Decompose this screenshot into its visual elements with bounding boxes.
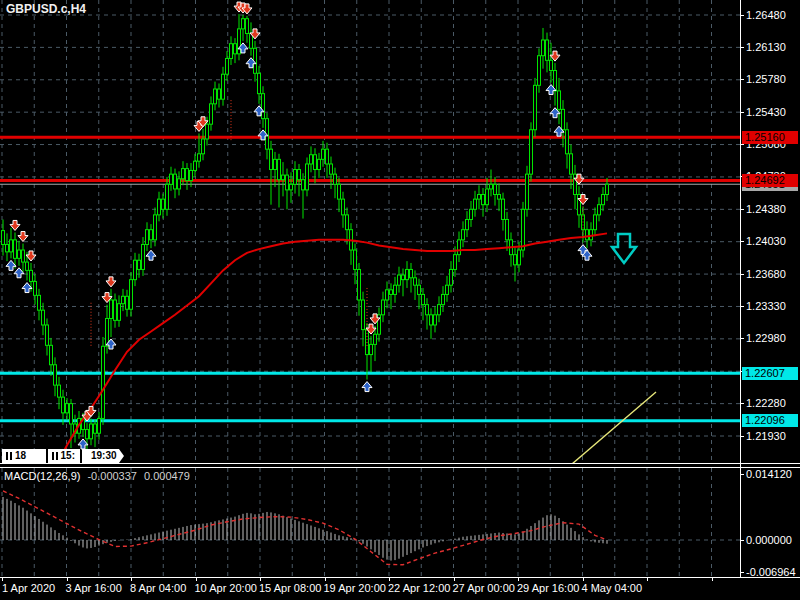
- price-tick: [740, 274, 744, 275]
- candle-body: [230, 44, 233, 59]
- candle-body: [570, 154, 573, 174]
- candle-body: [406, 269, 409, 279]
- price-level-badge-cyan[interactable]: 1.22607: [742, 367, 798, 380]
- candle-body: [278, 159, 281, 179]
- candle-body: [458, 240, 461, 255]
- candle-body: [338, 184, 341, 199]
- main-chart-canvas[interactable]: [0, 0, 740, 463]
- candle-body: [286, 175, 289, 190]
- candle-body: [62, 397, 65, 413]
- time-tick-label: 27 Apr 00:00: [453, 582, 515, 595]
- candle-bar-icon: [10, 452, 12, 460]
- candle-body: [86, 430, 89, 439]
- candle-body: [418, 285, 421, 294]
- price-level-badge-red[interactable]: 1.24692: [742, 174, 798, 187]
- price-tick-label: 1.26130: [746, 41, 786, 54]
- macd-indicator-canvas[interactable]: [0, 468, 740, 577]
- time-tick-label: 8 Apr 04:00: [130, 582, 186, 595]
- candle-body: [90, 424, 93, 439]
- price-tick-label: 1.25430: [746, 106, 786, 119]
- macd-tick-label: 0.014120: [746, 468, 792, 481]
- candle-body: [94, 424, 97, 433]
- candle-body: [594, 215, 597, 230]
- candle-body: [314, 155, 317, 170]
- price-tick-label: 1.25780: [746, 73, 786, 86]
- macd-indicator-label: MACD(12,26,9)-0.0003370.000479: [4, 470, 190, 482]
- time-tick-label: 22 Apr 12:00: [388, 582, 450, 595]
- macd-tick: [740, 474, 744, 475]
- time-tick: [131, 577, 132, 581]
- price-level-badge-cyan[interactable]: 1.22096: [742, 414, 798, 427]
- candle-body: [434, 315, 437, 325]
- price-tick-label: 1.23680: [746, 268, 786, 281]
- time-tag-text: 19:30: [91, 449, 117, 463]
- candle-body: [46, 325, 49, 345]
- price-tick: [740, 144, 744, 145]
- time-tick-label: 15 Apr 08:00: [259, 582, 321, 595]
- candle-body: [362, 300, 365, 330]
- candle-body: [10, 240, 13, 252]
- time-tick-label: 29 Apr 16:00: [517, 582, 579, 595]
- candle-body: [542, 40, 545, 56]
- price-level-badge-red[interactable]: 1.25160: [742, 131, 798, 144]
- time-tick: [712, 577, 713, 581]
- candle-body: [374, 334, 377, 344]
- candle-body: [586, 230, 589, 240]
- macd-signal-line: [3, 491, 607, 565]
- pane-separator-top[interactable]: [0, 463, 800, 464]
- candle-body: [138, 260, 141, 269]
- candle-body: [422, 294, 425, 304]
- candle-body: [530, 130, 533, 174]
- candle-body: [182, 169, 185, 179]
- candle-body: [414, 278, 417, 285]
- candle-body: [558, 91, 561, 110]
- candle-body: [170, 174, 173, 184]
- candle-body: [402, 275, 405, 280]
- candle-body: [30, 270, 33, 281]
- candle-body: [398, 275, 401, 285]
- candle-body: [218, 89, 221, 99]
- candle-body: [118, 304, 121, 321]
- price-tick: [740, 403, 744, 404]
- price-tick-label: 1.22280: [746, 397, 786, 410]
- candle-bar-icon: [52, 452, 54, 460]
- macd-tick-label: 0.000000: [746, 534, 792, 547]
- candle-body: [546, 40, 549, 60]
- time-tag: 15:: [48, 449, 80, 463]
- pane-separator-bottom[interactable]: [0, 467, 800, 468]
- candle-body: [466, 219, 469, 229]
- candle-body: [18, 250, 21, 258]
- time-tick: [260, 577, 261, 581]
- candle-body: [606, 184, 609, 194]
- candle-body: [354, 250, 357, 269]
- candle-body: [562, 109, 565, 129]
- price-axis-line[interactable]: [740, 0, 741, 577]
- chart-window: GBPUSD.c,H4 MACD(12,26,9)-0.0003370.0004…: [0, 0, 800, 600]
- symbol-timeframe-title: GBPUSD.c,H4: [6, 3, 86, 16]
- macd-main-value: -0.000337: [87, 470, 137, 482]
- candle-body: [22, 250, 25, 262]
- price-tick: [740, 79, 744, 80]
- candle-body: [186, 169, 189, 181]
- candle-body: [482, 195, 485, 205]
- candle-body: [330, 164, 333, 174]
- candle-body: [162, 199, 165, 209]
- candle-body: [310, 155, 313, 164]
- candle-body: [450, 269, 453, 285]
- candle-body: [206, 124, 209, 139]
- time-tick-label: 4 May 04:00: [582, 582, 643, 595]
- macd-tick-label: -0.006964: [746, 566, 796, 579]
- candle-body: [110, 300, 113, 319]
- candle-body: [242, 19, 245, 29]
- candle-body: [514, 255, 517, 265]
- buy-arrow-icon: [362, 382, 372, 392]
- candle-body: [526, 174, 529, 209]
- candle-body: [98, 418, 101, 433]
- time-tag-text: 18: [15, 449, 26, 463]
- candle-body: [190, 170, 193, 180]
- candle-body: [442, 294, 445, 304]
- candle-body: [226, 58, 229, 74]
- candle-body: [550, 60, 553, 70]
- macd-tick: [740, 540, 744, 541]
- candle-body: [270, 149, 273, 169]
